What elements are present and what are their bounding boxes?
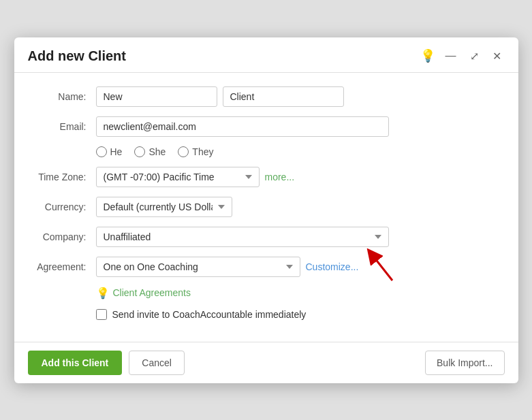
close-button[interactable]: ✕	[489, 48, 505, 64]
last-name-input[interactable]	[223, 86, 344, 107]
timezone-more-link[interactable]: more...	[265, 172, 295, 182]
email-label: Email:	[35, 121, 96, 132]
currency-select[interactable]: Default (currently US Dollar)	[96, 197, 232, 217]
company-select[interactable]: Unaffiliated	[96, 227, 389, 247]
email-input[interactable]	[96, 116, 389, 137]
gender-she-label: She	[148, 146, 166, 157]
timezone-select[interactable]: (GMT -07:00) Pacific Time	[96, 167, 260, 187]
customize-container: Customize...	[306, 261, 359, 272]
name-row: Name:	[35, 86, 498, 107]
footer-left-buttons: Add this Client Cancel	[28, 351, 185, 375]
invite-text: Send invite to CoachAccountable immediat…	[112, 309, 307, 320]
gender-they-option[interactable]: They	[178, 146, 213, 157]
company-content: Unaffiliated	[96, 227, 498, 247]
first-name-input[interactable]	[96, 86, 217, 107]
currency-label: Currency:	[35, 201, 96, 212]
timezone-label: Time Zone:	[35, 172, 96, 182]
bulb-icon[interactable]: 💡	[420, 48, 435, 63]
gender-she-radio[interactable]	[134, 146, 145, 157]
currency-row: Currency: Default (currently US Dollar)	[35, 197, 498, 217]
agreement-content: One on One Coaching Customize...	[96, 257, 498, 277]
timezone-content: (GMT -07:00) Pacific Time more...	[96, 167, 498, 187]
dialog-body: Name: Email: He She	[14, 73, 518, 342]
gender-she-option[interactable]: She	[134, 146, 166, 157]
red-arrow-annotation	[351, 241, 399, 282]
invite-checkbox[interactable]	[96, 309, 107, 320]
bulk-import-button[interactable]: Bulk Import...	[425, 351, 504, 375]
gender-he-option[interactable]: He	[96, 146, 123, 157]
minimize-button[interactable]: —	[442, 48, 460, 63]
gender-they-label: They	[192, 146, 213, 157]
agreement-select[interactable]: One on One Coaching	[96, 257, 300, 277]
company-row: Company: Unaffiliated	[35, 227, 498, 247]
name-label: Name:	[35, 91, 96, 102]
email-field-container	[96, 116, 498, 137]
email-row: Email:	[35, 116, 498, 137]
gender-row: He She They	[35, 146, 498, 157]
client-agreements-link[interactable]: 💡 Client Agreements	[96, 287, 191, 300]
add-client-button[interactable]: Add this Client	[28, 351, 123, 375]
gender-he-label: He	[110, 146, 123, 157]
customize-link[interactable]: Customize...	[306, 261, 359, 272]
gender-he-radio[interactable]	[96, 146, 107, 157]
gender-options: He She They	[96, 146, 498, 157]
timezone-row: Time Zone: (GMT -07:00) Pacific Time mor…	[35, 167, 498, 187]
dialog-header: Add new Client 💡 — ⤢ ✕	[14, 37, 518, 73]
invite-row: Send invite to CoachAccountable immediat…	[35, 309, 498, 320]
client-agreements-row: 💡 Client Agreements	[35, 287, 498, 300]
dialog-controls: 💡 — ⤢ ✕	[420, 48, 505, 64]
bulb-green-icon: 💡	[96, 287, 110, 300]
agreement-label: Agreement:	[35, 261, 96, 272]
dialog-footer: Add this Client Cancel Bulk Import...	[14, 342, 518, 383]
cancel-button[interactable]: Cancel	[129, 351, 185, 375]
company-label: Company:	[35, 231, 96, 242]
currency-content: Default (currently US Dollar)	[96, 197, 498, 217]
svg-line-1	[372, 255, 392, 280]
agreement-row: Agreement: One on One Coaching Customize…	[35, 257, 498, 277]
client-agreements-label: Client Agreements	[113, 287, 191, 298]
restore-button[interactable]: ⤢	[467, 48, 482, 64]
name-fields	[96, 86, 498, 107]
gender-they-radio[interactable]	[178, 146, 189, 157]
invite-label[interactable]: Send invite to CoachAccountable immediat…	[96, 309, 307, 320]
dialog-title: Add new Client	[28, 48, 126, 64]
add-client-dialog: Add new Client 💡 — ⤢ ✕ Name: Email:	[14, 37, 518, 383]
